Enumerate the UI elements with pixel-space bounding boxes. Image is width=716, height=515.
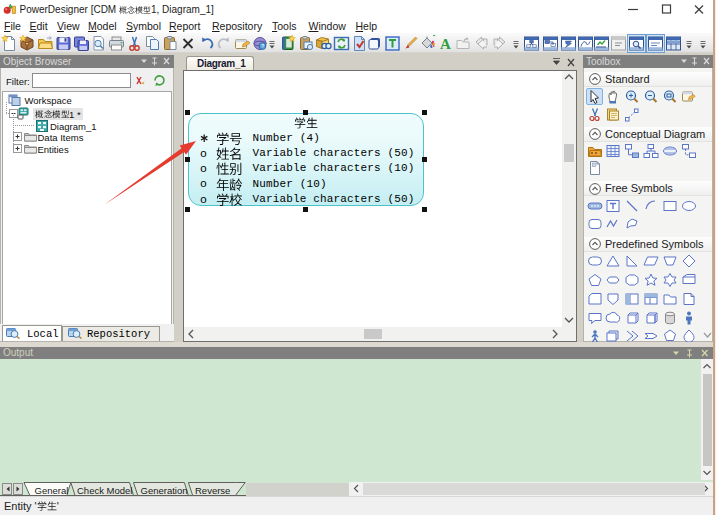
svg-text:?: ? (260, 43, 263, 49)
svg-text:A: A (440, 36, 451, 52)
